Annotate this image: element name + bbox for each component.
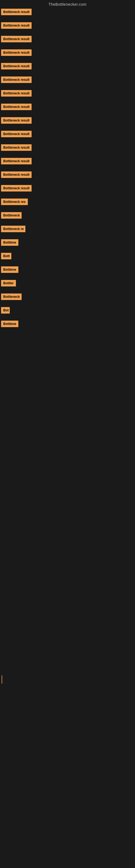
bottleneck-item-11: Bottleneck result bbox=[1, 144, 135, 151]
bottleneck-item-18: Bottlene bbox=[1, 239, 135, 246]
site-header: TheBottlenecker.com bbox=[0, 0, 135, 8]
bottleneck-item-21: Bottler bbox=[1, 280, 135, 286]
bottleneck-label-24[interactable]: Bottlene bbox=[1, 321, 18, 327]
bottleneck-label-16[interactable]: Bottleneck bbox=[1, 212, 21, 219]
site-title: TheBottlenecker.com bbox=[48, 2, 86, 6]
bottleneck-item-13: Bottleneck result bbox=[1, 172, 135, 178]
bottleneck-label-10[interactable]: Bottleneck result bbox=[1, 131, 32, 137]
bottleneck-label-4[interactable]: Bottleneck result bbox=[1, 50, 32, 56]
bottleneck-item-24: Bottlene bbox=[1, 321, 135, 327]
bottleneck-label-8[interactable]: Bottleneck result bbox=[1, 104, 32, 110]
bottleneck-item-23: Bot bbox=[1, 307, 135, 314]
bottleneck-label-17[interactable]: Bottleneck re bbox=[1, 226, 26, 232]
bottom-indicator bbox=[2, 675, 2, 684]
bottleneck-item-10: Bottleneck result bbox=[1, 131, 135, 137]
bottleneck-item-22: Bottleneck bbox=[1, 293, 135, 300]
bottleneck-label-7[interactable]: Bottleneck result bbox=[1, 90, 32, 97]
bottleneck-label-15[interactable]: Bottleneck res bbox=[1, 198, 28, 205]
bottleneck-label-23[interactable]: Bot bbox=[1, 307, 10, 314]
bottleneck-item-7: Bottleneck result bbox=[1, 90, 135, 97]
bottleneck-label-14[interactable]: Bottleneck result bbox=[1, 185, 32, 191]
bottleneck-item-5: Bottleneck result bbox=[1, 63, 135, 69]
bottleneck-label-18[interactable]: Bottlene bbox=[1, 239, 18, 246]
bottleneck-item-15: Bottleneck res bbox=[1, 198, 135, 205]
bottleneck-item-14: Bottleneck result bbox=[1, 185, 135, 191]
bottleneck-item-9: Bottleneck result bbox=[1, 117, 135, 124]
bottleneck-label-1[interactable]: Bottleneck result bbox=[1, 9, 32, 15]
bottleneck-label-13[interactable]: Bottleneck result bbox=[1, 172, 32, 178]
bottleneck-label-9[interactable]: Bottleneck result bbox=[1, 117, 32, 124]
bottleneck-item-17: Bottleneck re bbox=[1, 226, 135, 232]
bottleneck-item-8: Bottleneck result bbox=[1, 104, 135, 110]
bottleneck-label-21[interactable]: Bottler bbox=[1, 280, 16, 286]
bottleneck-label-6[interactable]: Bottleneck result bbox=[1, 76, 32, 83]
bottleneck-label-3[interactable]: Bottleneck result bbox=[1, 36, 32, 42]
bottleneck-item-20: Bottlene bbox=[1, 267, 135, 273]
bottleneck-item-3: Bottleneck result bbox=[1, 36, 135, 42]
items-container: Bottleneck resultBottleneck resultBottle… bbox=[0, 8, 135, 327]
bottleneck-item-12: Bottleneck result bbox=[1, 158, 135, 164]
bottleneck-label-5[interactable]: Bottleneck result bbox=[1, 63, 32, 69]
bottleneck-label-11[interactable]: Bottleneck result bbox=[1, 144, 32, 151]
bottleneck-item-16: Bottleneck bbox=[1, 212, 135, 219]
bottleneck-item-1: Bottleneck result bbox=[1, 9, 135, 15]
bottleneck-label-20[interactable]: Bottlene bbox=[1, 267, 18, 273]
bottleneck-item-4: Bottleneck result bbox=[1, 50, 135, 56]
bottleneck-label-19[interactable]: Bott bbox=[1, 253, 11, 259]
bottleneck-label-2[interactable]: Bottleneck result bbox=[1, 22, 32, 29]
bottleneck-item-19: Bott bbox=[1, 253, 135, 259]
bottleneck-item-2: Bottleneck result bbox=[1, 22, 135, 29]
bottleneck-label-12[interactable]: Bottleneck result bbox=[1, 158, 32, 164]
bottleneck-item-6: Bottleneck result bbox=[1, 76, 135, 83]
bottleneck-label-22[interactable]: Bottleneck bbox=[1, 293, 21, 300]
